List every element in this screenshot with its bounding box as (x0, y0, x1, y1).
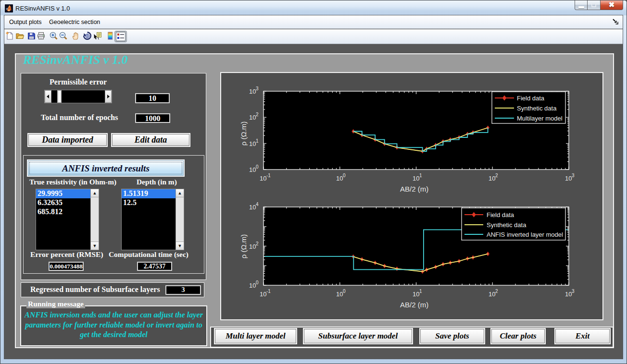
svg-text:0: 0 (343, 289, 346, 294)
svg-text:-1: -1 (266, 173, 271, 178)
svg-text:2: 2 (495, 289, 498, 294)
svg-text:3: 3 (572, 173, 575, 178)
svg-text:Field data: Field data (487, 211, 514, 218)
svg-text:10: 10 (413, 175, 419, 182)
svg-text:10: 10 (565, 175, 572, 182)
svg-text:10: 10 (565, 291, 572, 298)
svg-text:2: 2 (495, 173, 498, 178)
svg-text:10: 10 (260, 175, 266, 182)
svg-text:10: 10 (336, 291, 343, 298)
svg-text:ρ (Ω.m): ρ (Ω.m) (239, 121, 248, 146)
svg-text:ANFIS inverted layer model: ANFIS inverted layer model (487, 231, 563, 238)
svg-text:10: 10 (260, 291, 266, 298)
svg-text:Field data: Field data (517, 95, 545, 102)
svg-text:3: 3 (572, 289, 575, 294)
svg-text:1: 1 (256, 138, 259, 144)
svg-text:10: 10 (413, 291, 419, 298)
svg-text:AB/2 (m): AB/2 (m) (400, 301, 428, 309)
svg-text:0: 0 (256, 164, 259, 170)
svg-text:Synthetic data: Synthetic data (487, 221, 527, 229)
svg-text:ρ (Ω.m): ρ (Ω.m) (239, 234, 248, 259)
svg-text:1: 1 (419, 289, 422, 294)
svg-text:10: 10 (249, 243, 256, 250)
svg-text:10: 10 (249, 114, 256, 121)
svg-text:2: 2 (256, 112, 259, 117)
svg-text:10: 10 (489, 291, 495, 298)
svg-text:10: 10 (249, 140, 256, 147)
svg-text:10: 10 (249, 166, 256, 173)
svg-text:3: 3 (256, 86, 259, 91)
svg-text:Synthetic data: Synthetic data (517, 105, 557, 112)
svg-text:0: 0 (256, 280, 259, 285)
svg-text:Multilayer model: Multilayer model (517, 115, 563, 122)
svg-text:0: 0 (343, 173, 346, 178)
svg-text:10: 10 (489, 175, 495, 182)
svg-text:1: 1 (419, 173, 422, 178)
svg-text:10: 10 (336, 175, 343, 182)
svg-text:2: 2 (256, 241, 259, 246)
svg-text:AB/2 (m): AB/2 (m) (400, 185, 428, 193)
svg-text:10: 10 (249, 204, 256, 211)
svg-text:10: 10 (249, 88, 256, 95)
svg-text:10: 10 (249, 282, 256, 289)
svg-text:4: 4 (256, 202, 259, 207)
svg-text:-1: -1 (266, 289, 271, 294)
